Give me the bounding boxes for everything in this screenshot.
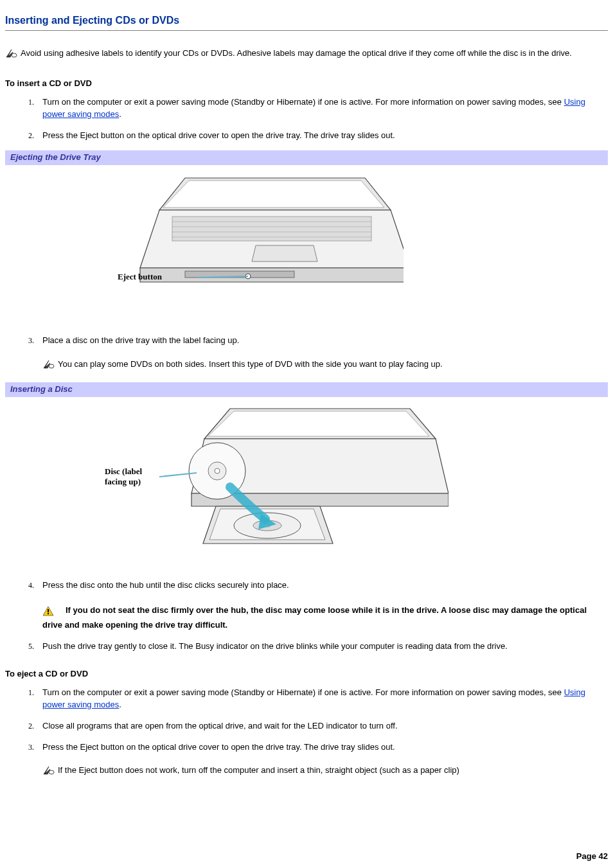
list-item: 3. Press the Eject button on the optical… [28,741,608,780]
note-icon [5,48,18,62]
list-item: 2. Press the Eject button on the optical… [28,130,608,142]
warning-icon [42,606,54,620]
step4-warning-text: If you do not seat the disc firmly over … [42,605,587,630]
intro-note-text: Avoid using adhesive labels to identify … [21,48,572,58]
step-number: 1. [28,687,34,698]
svg-marker-9 [252,245,317,261]
step-text: Push the drive tray gently to close it. … [42,641,508,651]
svg-rect-31 [48,613,49,614]
eject-section-title: To eject a CD or DVD [5,668,608,680]
svg-point-26 [215,468,220,474]
insert-section-title: To insert a CD or DVD [5,78,608,90]
step-text: Turn on the computer or exit a power sav… [42,97,564,107]
figure-label-eject: Eject button [118,272,163,281]
title-rule [5,30,608,31]
figure-eject-tray: Eject button [5,172,608,319]
figure-insert-disc: Disc (label facing up) [5,403,608,564]
insert-steps-cont2: 4. Press the disc onto the hub until the… [28,580,608,653]
step-number: 2. [28,721,34,732]
step3-eject-note-text: If the Eject button does not work, turn … [58,765,459,775]
step4-warning: If you do not seat the disc firmly over … [42,605,608,632]
step-text-tail: . [119,700,121,709]
note-icon [42,765,55,779]
svg-rect-30 [48,609,49,612]
step-text: Press the Eject button on the optical dr… [42,742,395,752]
step3-note: You can play some DVDs on both sides. In… [42,359,608,373]
note-icon [42,359,55,373]
step-number: 4. [28,580,34,591]
list-item: 5. Push the drive tray gently to close i… [28,641,608,653]
intro-note: Avoid using adhesive labels to identify … [5,48,608,62]
svg-rect-4 [172,217,371,241]
insert-steps: 1. Turn on the computer or exit a power … [28,96,608,142]
step3-note-text: You can play some DVDs on both sides. In… [58,359,443,369]
figure-caption-insert: Inserting a Disc [5,382,608,397]
list-item: 4. Press the disc onto the hub until the… [28,580,608,632]
step-number: 1. [28,97,34,108]
figure-label-disc-2: facing up) [105,477,141,486]
step-number: 3. [28,742,34,753]
figure-caption-eject: Ejecting the Drive Tray [5,150,608,165]
figure-label-disc-1: Disc (label [105,466,143,476]
svg-marker-2 [163,181,384,208]
svg-point-14 [49,364,54,368]
insert-steps-cont: 3. Place a disc on the drive tray with t… [28,335,608,373]
step-text: Place a disc on the drive tray with the … [42,335,239,345]
step-text-tail: . [119,109,121,119]
step-text: Press the disc onto the hub until the di… [42,580,289,590]
eject-steps: 1. Turn on the computer or exit a power … [28,687,608,779]
page-title: Inserting and Ejecting CDs or DVDs [5,13,608,28]
step3-eject-note: If the Eject button does not work, turn … [42,765,608,779]
svg-point-32 [49,770,54,774]
step-text: Press the Eject button on the optical dr… [42,130,395,140]
svg-point-0 [12,53,17,57]
svg-marker-16 [208,411,429,436]
step-number: 2. [28,130,34,141]
step-number: 3. [28,335,34,346]
list-item: 2. Close all programs that are open from… [28,720,608,732]
step-text: Turn on the computer or exit a power sav… [42,687,564,697]
list-item: 1. Turn on the computer or exit a power … [28,96,608,121]
page-number: Page 42 [576,851,608,863]
list-item: 3. Place a disc on the drive tray with t… [28,335,608,373]
step-text: Close all programs that are open from th… [42,721,398,731]
step-number: 5. [28,641,34,652]
list-item: 1. Turn on the computer or exit a power … [28,687,608,711]
